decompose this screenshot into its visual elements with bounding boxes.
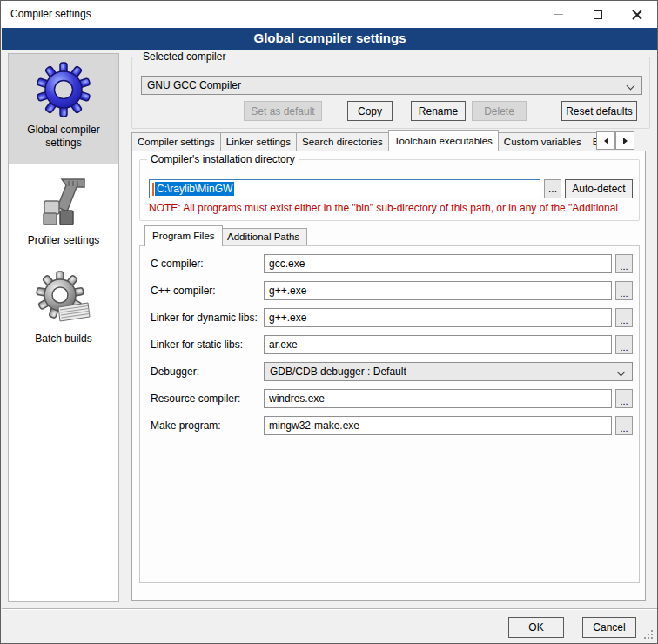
- titlebar: Compiler settings: [1, 1, 657, 28]
- compiler-select[interactable]: GNU GCC Compiler: [141, 76, 642, 95]
- browse-resource-compiler-button[interactable]: ...: [615, 389, 633, 408]
- browse-make-program-button[interactable]: ...: [615, 416, 633, 435]
- sidebar-item-label: Global compiler settings: [16, 124, 111, 150]
- set-as-default-button: Set as default: [244, 101, 322, 121]
- resize-grip[interactable]: [644, 630, 653, 639]
- program-files-panel: C compiler: ... C++ compiler: ... Linker…: [139, 245, 640, 583]
- auto-detect-button[interactable]: Auto-detect: [565, 179, 633, 198]
- settings-tabstrip: Compiler settings Linker settings Search…: [131, 130, 596, 151]
- subtab-additional-paths[interactable]: Additional Paths: [219, 228, 307, 245]
- sidebar-item-label: Profiler settings: [16, 234, 111, 247]
- selected-compiler-group: Selected compiler GNU GCC Compiler Set a…: [131, 57, 650, 129]
- static-linker-input[interactable]: [264, 335, 612, 354]
- debugger-select[interactable]: GDB/CDB debugger : Default: [264, 362, 633, 381]
- maximize-icon: [594, 10, 602, 19]
- field-label: C++ compiler:: [151, 281, 216, 300]
- settings-category-list: Global compiler settings Profiler settin…: [8, 53, 119, 602]
- delete-button: Delete: [472, 101, 527, 121]
- toolchain-executables-panel: Compiler's installation directory C:\ray…: [131, 151, 646, 601]
- caliper-icon: [36, 172, 91, 228]
- ok-button[interactable]: OK: [508, 617, 564, 638]
- field-label: C compiler:: [151, 254, 204, 273]
- cancel-button[interactable]: Cancel: [582, 617, 636, 638]
- field-label: Linker for static libs:: [151, 335, 243, 354]
- reset-defaults-button[interactable]: Reset defaults: [561, 101, 637, 121]
- group-label: Selected compiler: [139, 50, 229, 63]
- page-title: Global compiler settings: [2, 28, 658, 50]
- dynamic-linker-input[interactable]: [264, 308, 612, 327]
- close-button[interactable]: [617, 1, 656, 28]
- window-title: Compiler settings: [10, 1, 91, 28]
- minimize-button[interactable]: [539, 1, 578, 28]
- install-dir-value: C:\raylib\MinGW: [155, 182, 234, 196]
- group-label: Compiler's installation directory: [147, 153, 299, 165]
- gear-blue-icon: [36, 62, 91, 117]
- tab-scroll-left-button[interactable]: [596, 131, 615, 150]
- tab-custom-variables[interactable]: Custom variables: [498, 132, 588, 151]
- tab-toolchain-executables[interactable]: Toolchain executables: [388, 130, 499, 151]
- chevron-down-icon: [627, 82, 635, 91]
- field-label: Make program:: [151, 416, 221, 435]
- debugger-select-value: GDB/CDB debugger : Default: [270, 366, 406, 378]
- resource-compiler-input[interactable]: [264, 389, 612, 408]
- footer-separator: [2, 608, 658, 610]
- note-text: NOTE: All programs must exist either in …: [149, 202, 633, 214]
- tab-search-directories[interactable]: Search directories: [296, 132, 389, 151]
- subtab-program-files[interactable]: Program Files: [144, 225, 223, 246]
- arrow-right-icon: [623, 138, 628, 144]
- browse-c-compiler-button[interactable]: ...: [615, 254, 633, 273]
- field-label: Resource compiler:: [151, 389, 240, 408]
- compiler-select-value: GNU GCC Compiler: [147, 79, 241, 91]
- minimize-icon: [554, 14, 563, 15]
- browse-dir-button[interactable]: ...: [544, 179, 561, 198]
- arrow-left-icon: [604, 138, 608, 144]
- text-caret: [152, 183, 154, 196]
- rename-button[interactable]: Rename: [411, 101, 466, 121]
- browse-static-linker-button[interactable]: ...: [615, 335, 633, 354]
- field-label: Debugger:: [151, 362, 199, 381]
- make-program-input[interactable]: [264, 416, 612, 435]
- sidebar-item-batch-builds[interactable]: Batch builds: [9, 263, 118, 367]
- sidebar-item-label: Batch builds: [16, 332, 111, 345]
- compiler-settings-dialog: Compiler settings Global compiler settin…: [0, 0, 658, 644]
- copy-button[interactable]: Copy: [347, 101, 393, 121]
- cpp-compiler-input[interactable]: [264, 281, 612, 300]
- tab-compiler-settings[interactable]: Compiler settings: [131, 132, 221, 151]
- tab-linker-settings[interactable]: Linker settings: [220, 132, 297, 151]
- gear-stack-icon: [36, 271, 91, 326]
- tab-scroll-right-button[interactable]: [615, 131, 634, 150]
- browse-dynamic-linker-button[interactable]: ...: [615, 308, 633, 327]
- c-compiler-input[interactable]: [264, 254, 612, 273]
- maximize-button[interactable]: [578, 1, 617, 28]
- install-dir-input[interactable]: C:\raylib\MinGW: [149, 179, 540, 198]
- browse-cpp-compiler-button[interactable]: ...: [615, 281, 633, 300]
- chevron-down-icon: [617, 368, 626, 377]
- sidebar-item-profiler-settings[interactable]: Profiler settings: [9, 164, 118, 263]
- installation-directory-group: Compiler's installation directory C:\ray…: [139, 159, 640, 221]
- close-icon: [632, 10, 642, 20]
- sidebar-item-global-compiler-settings[interactable]: Global compiler settings: [9, 54, 118, 164]
- tab-build[interactable]: Build: [587, 132, 596, 151]
- field-label: Linker for dynamic libs:: [151, 308, 258, 327]
